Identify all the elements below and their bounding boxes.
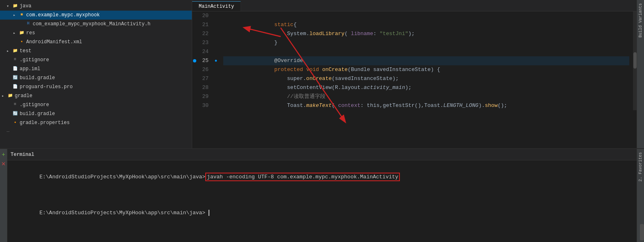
iml-icon: 📄	[12, 66, 18, 72]
line-num-27: 27	[195, 74, 209, 83]
sidebar-item-res[interactable]: 📁 res	[0, 29, 192, 38]
sidebar-item-label: com.example.mypc.myxphook	[26, 12, 100, 18]
sidebar-item-label: .gitignore	[20, 102, 49, 108]
terminal-path-2: E:\AndroidStudioProjects\MyXpHook\app\sr…	[39, 210, 205, 216]
sidebar-item-label: gradle	[15, 93, 32, 99]
build-variants-label[interactable]: Build Variants	[637, 0, 644, 41]
gradle-icon: 🔄	[12, 75, 18, 81]
no-arrow	[20, 22, 25, 27]
sidebar-item-root-gitignore[interactable]: ≡ .gitignore	[0, 100, 192, 109]
sidebar-item-label: AndroidManifest.xml	[26, 39, 82, 45]
sidebar-item-manifest[interactable]: 🔸 AndroidManifest.xml	[0, 38, 192, 47]
pro-icon: 📄	[12, 84, 18, 90]
folder-icon: 📁	[7, 93, 13, 99]
editor-wrapper: MainActivity 20 21 22 23 24 25 26 27 28 …	[192, 0, 637, 148]
sidebar-item-test[interactable]: 📁 test	[0, 47, 192, 56]
fn-show: show	[485, 102, 498, 109]
tab-mainactivity[interactable]: MainActivity	[192, 1, 241, 11]
terminal-command-highlighted: javah -encoding UTF-8 com.example.mypc.m…	[205, 173, 400, 181]
sidebar-item-proguard[interactable]: 📄 proguard-rules.pro	[0, 82, 192, 91]
code-line-23	[223, 38, 629, 47]
bottom-area: + ✕ Terminal E:\AndroidStudioProjects\My…	[0, 148, 644, 242]
sidebar-item-partial: —	[0, 127, 192, 136]
line-num-28: 28	[195, 83, 209, 92]
sidebar-item-label: gradle.properties	[20, 120, 70, 126]
file-tree: 📁 java ■ com.example.mypc.myxphook H com…	[0, 0, 192, 148]
tab-label: MainActivity	[199, 4, 234, 9]
gitignore-icon: ≡	[12, 102, 18, 108]
terminal-title: Terminal	[11, 152, 34, 158]
sidebar-item-gradle-properties[interactable]: 🔸 gradle.properties	[0, 118, 192, 127]
favorites-strip[interactable]: 2. Favorites	[637, 149, 644, 242]
no-arrow	[7, 120, 11, 125]
folder-icon: 📁	[19, 30, 25, 36]
fn-maketext: makeText	[306, 102, 332, 109]
fn-oncreate: onCreate	[322, 67, 348, 73]
terminal-path-1: E:\AndroidStudioProjects\MyXpHook\app\sr…	[39, 174, 205, 180]
keyword-void: void	[306, 67, 319, 73]
line-numbers: 20 21 22 23 24 25 26 27 28 29 30	[192, 11, 212, 110]
code-content[interactable]: static{ System.loadLibrary( libname: "te…	[220, 11, 633, 110]
terminal-cursor	[205, 210, 209, 216]
terminal-content[interactable]: E:\AndroidStudioProjects\MyXpHook\app\sr…	[7, 160, 637, 242]
terminal-close-btn[interactable]: ✕	[0, 160, 8, 168]
expand-arrow	[13, 31, 18, 36]
scrollbar-thumb[interactable]	[633, 52, 637, 69]
terminal-panel: Terminal E:\AndroidStudioProjects\MyXpHo…	[7, 149, 637, 242]
code-editor: 20 21 22 23 24 25 26 27 28 29 30	[192, 11, 637, 148]
code-line-20: static{	[223, 11, 629, 20]
no-arrow	[7, 102, 11, 107]
favorites-scrollbar	[640, 224, 644, 240]
line-num-24: 24	[195, 47, 209, 56]
line-num-26: 26	[195, 65, 209, 74]
expand-arrow	[7, 49, 11, 53]
expand-arrow	[13, 13, 18, 18]
code-line-24: @Override	[223, 47, 629, 56]
sidebar-item-h-file[interactable]: H com_example_mypc_myxphook_MainActivity…	[0, 20, 192, 29]
terminal-add-btn[interactable]: +	[0, 151, 8, 159]
sidebar-item-root-buildgradle[interactable]: 🔄 build.gradle	[0, 109, 192, 118]
terminal-line-3: E:\AndroidStudioProjects\MyXpHook\app\sr…	[14, 200, 630, 226]
gradle-icon: 🔄	[12, 111, 18, 117]
sidebar-item-label: .gitignore	[20, 57, 49, 63]
sidebar-item-label: test	[20, 48, 31, 54]
sidebar-item-java[interactable]: 📁 java	[0, 2, 192, 11]
sidebar-item-gradle-folder[interactable]: 📁 gradle	[0, 91, 192, 100]
favorites-label[interactable]: 2. Favorites	[637, 149, 644, 185]
terminal-left-strip[interactable]: + ✕	[0, 149, 7, 242]
no-arrow	[13, 40, 18, 44]
sidebar-item-label: —	[7, 129, 9, 135]
gitignore-icon: ≡	[12, 57, 18, 63]
sidebar-item-label: app.iml	[20, 66, 40, 72]
sidebar-item-gitignore[interactable]: ≡ .gitignore	[0, 56, 192, 64]
sidebar-item-label: java	[20, 3, 31, 9]
comment-28: //读取普通字段	[262, 93, 325, 100]
no-arrow	[7, 75, 11, 80]
h-file-icon: H	[25, 21, 31, 27]
xml-icon: 🔸	[19, 39, 25, 45]
code-scrollbar[interactable]	[633, 11, 637, 110]
code-lines: 20 21 22 23 24 25 26 27 28 29 30	[192, 11, 637, 110]
no-arrow	[7, 58, 11, 62]
line-num-23: 23	[195, 38, 209, 47]
expand-arrow	[2, 93, 7, 98]
fn-loadlibrary: loadLibrary	[310, 31, 345, 37]
code-gutter: ●	[212, 11, 220, 110]
sidebar-item-buildgradle[interactable]: 🔄 build.gradle	[0, 73, 192, 82]
no-arrow	[7, 84, 11, 89]
no-arrow	[7, 111, 11, 116]
keyword-static: static	[274, 22, 294, 28]
line-num-29: 29	[195, 92, 209, 101]
sidebar-item-package[interactable]: ■ com.example.mypc.myxphook	[0, 11, 192, 20]
sidebar-item-label: com_example_mypc_myxphook_MainActivity.h	[33, 21, 150, 27]
line-num-22: 22	[195, 29, 209, 38]
breakpoint-icon: ●	[215, 58, 218, 63]
terminal-line-2	[14, 191, 630, 200]
tab-bar: MainActivity	[192, 0, 637, 11]
no-arrow	[7, 67, 11, 71]
properties-icon: 🔸	[12, 120, 18, 126]
sidebar-item-appiml[interactable]: 📄 app.iml	[0, 64, 192, 73]
line-num-21: 21	[195, 20, 209, 29]
build-variants-strip[interactable]: Build Variants	[637, 0, 644, 148]
sidebar-item-label: res	[26, 30, 35, 36]
